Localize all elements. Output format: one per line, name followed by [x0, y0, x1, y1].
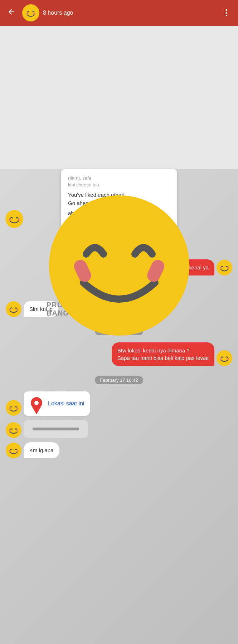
big-emoji-overlay	[0, 169, 238, 355]
more-options-button[interactable]: ⋮	[219, 5, 234, 20]
chat-header: 8 hours ago ⋮	[0, 0, 238, 26]
map-pin-icon	[29, 396, 44, 411]
image-placeholder-bar	[33, 428, 79, 430]
svg-point-28	[6, 423, 21, 438]
back-button[interactable]	[4, 5, 19, 21]
message-bubble-received-2: Km lg apa	[24, 442, 59, 458]
received-avatar-4	[6, 443, 21, 458]
received-smiley-icon-4	[6, 443, 21, 458]
last-active-time: 8 hours ago	[43, 10, 219, 16]
message-row-image	[4, 420, 234, 438]
header-info: 8 hours ago	[43, 10, 219, 16]
svg-point-3	[49, 195, 189, 336]
svg-point-26	[34, 401, 39, 405]
received-avatar-2	[6, 400, 21, 416]
timestamp-feb17-2: February 17 16:42	[4, 371, 234, 388]
received-avatar-3	[6, 422, 21, 438]
received-smiley-icon-3	[6, 422, 21, 438]
chat-background: (4km), cafe kini cheese tea You've liked…	[0, 169, 238, 644]
location-card[interactable]: Lokasi saat ini	[24, 391, 90, 416]
svg-point-0	[23, 5, 39, 21]
location-text: Lokasi saat ini	[48, 400, 84, 407]
received-smiley-icon-2	[6, 400, 21, 416]
contact-avatar[interactable]	[22, 4, 39, 21]
big-smiley-icon	[48, 194, 191, 337]
message-row-location: Lokasi saat ini	[4, 391, 234, 416]
svg-point-31	[6, 443, 21, 458]
map-pin-svg	[29, 396, 44, 414]
svg-point-22	[6, 400, 21, 415]
svg-marker-27	[32, 407, 41, 414]
smiley-avatar-icon	[22, 4, 39, 21]
message-row-received-2: Km lg apa	[4, 442, 234, 458]
big-smiley-emoji	[48, 194, 191, 337]
image-message	[24, 420, 88, 438]
